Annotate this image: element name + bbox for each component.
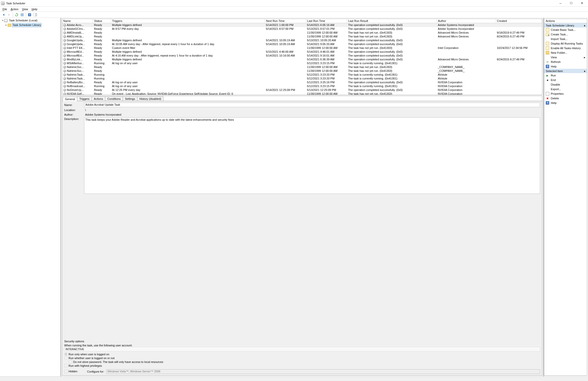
- task-icon: [63, 66, 66, 69]
- action-delete[interactable]: ✖Delete: [544, 96, 587, 101]
- menu-help[interactable]: Help: [30, 7, 39, 11]
- menu-view[interactable]: View: [20, 7, 30, 11]
- col-next[interactable]: Next Run Time: [265, 19, 306, 23]
- table-row[interactable]: ModifyLink...ReadyMultiple triggers defi…: [62, 58, 542, 61]
- menubar: File Action View Help: [0, 7, 588, 12]
- action-properties[interactable]: Properties: [544, 91, 587, 96]
- table-row[interactable]: MicrosoftEd...ReadyMultiple triggers def…: [62, 50, 542, 54]
- action-enable-all-tasks-history[interactable]: Enable All Tasks History: [544, 46, 587, 50]
- actions-pane-title: Actions: [544, 19, 587, 23]
- tab-conditions[interactable]: Conditions: [105, 97, 123, 101]
- forward-button[interactable]: [7, 12, 12, 17]
- table-row[interactable]: Intel PTT EK...ReadyCustom event filter1…: [62, 46, 542, 50]
- tree-library[interactable]: ▸ Task Scheduler Library: [1, 23, 60, 28]
- help-icon: ?: [546, 65, 549, 68]
- tab-history[interactable]: History (disabled): [137, 97, 164, 101]
- security-account-label: When running the task, use the following…: [64, 344, 540, 347]
- col-name[interactable]: Name: [62, 19, 93, 23]
- task-icon: [63, 81, 66, 84]
- action-end[interactable]: ■End: [544, 78, 587, 82]
- blank-icon: [546, 37, 549, 41]
- document-icon: [546, 42, 549, 45]
- task-list[interactable]: Name Status Triggers Next Run Time Last …: [62, 19, 542, 95]
- action-help[interactable]: ?Help: [544, 64, 587, 69]
- detail-tabs: General Triggers Actions Conditions Sett…: [62, 96, 542, 101]
- action-refresh[interactable]: ⟳Refresh: [544, 60, 587, 64]
- help-toolbar-button[interactable]: ?: [27, 12, 32, 17]
- collapse-icon[interactable]: ▴: [584, 69, 585, 73]
- statusbar: [0, 376, 588, 381]
- table-row[interactable]: NahimicTask...Running5/12/2021 3:23:20 P…: [62, 77, 542, 80]
- back-button[interactable]: [1, 12, 6, 17]
- action-export[interactable]: Export...: [544, 87, 587, 91]
- table-row[interactable]: GoogleUpda...ReadyMultiple triggers defi…: [62, 38, 542, 42]
- close-button[interactable]: ✕: [577, 0, 587, 6]
- minimize-button[interactable]: ─: [555, 0, 566, 6]
- expander-icon[interactable]: ▾: [1, 19, 4, 22]
- col-result[interactable]: Last Run Result: [347, 19, 437, 23]
- action-new-folder[interactable]: New Folder...: [544, 50, 587, 55]
- action-display-all-running-tasks[interactable]: Display All Running Tasks: [544, 41, 587, 46]
- blank-icon: [546, 87, 549, 91]
- task-icon: [63, 73, 66, 76]
- tree-root[interactable]: ▾ Task Scheduler (Local): [1, 18, 60, 23]
- menu-file[interactable]: File: [1, 7, 9, 11]
- table-row[interactable]: MicrosoftEd...ReadyAt 4:16 AM every day …: [62, 54, 542, 58]
- blank-icon: [546, 83, 549, 86]
- col-last[interactable]: Last Run Time: [306, 19, 347, 23]
- task-icon: [63, 92, 66, 95]
- maximize-button[interactable]: ☐: [566, 0, 576, 6]
- check-hidden: [64, 370, 68, 373]
- table-row[interactable]: NVIDIA GeF...ReadyOn event - Log: Applic…: [62, 92, 542, 95]
- table-row[interactable]: Adobe Acro...ReadyMultiple triggers defi…: [62, 23, 542, 27]
- table-row[interactable]: NvBroadcast...RunningAt log on of any us…: [62, 84, 542, 88]
- tab-actions[interactable]: Actions: [92, 97, 105, 101]
- radio-logged-on-or-not: [64, 356, 68, 360]
- col-author[interactable]: Author: [437, 19, 496, 23]
- action-import-task[interactable]: Import Task...: [544, 37, 587, 41]
- collapse-icon[interactable]: ▴: [584, 24, 585, 27]
- action-help[interactable]: ?Help: [544, 101, 587, 105]
- table-row[interactable]: AdobeGCInv...ReadyAt 8:57 PM every day5/…: [62, 27, 542, 31]
- actions-pane: Actions Task Scheduler Library▴ Create B…: [544, 19, 587, 376]
- column-headers[interactable]: Name Status Triggers Next Run Time Last …: [62, 19, 542, 23]
- action-create-task[interactable]: Create Task...: [544, 32, 587, 37]
- tab-triggers[interactable]: Triggers: [77, 97, 92, 101]
- run-icon: ▶: [546, 74, 549, 77]
- security-options-title: Security options: [64, 340, 540, 343]
- tree-root-label: Task Scheduler (Local): [8, 19, 38, 22]
- location-label: Location:: [64, 108, 82, 112]
- properties-toolbar-button[interactable]: [20, 12, 25, 17]
- name-value[interactable]: Adobe Acrobat Update Task: [84, 103, 540, 107]
- description-value[interactable]: This task keeps your Adobe Reader and Ac…: [84, 117, 540, 194]
- action-disable[interactable]: Disable: [544, 82, 587, 87]
- table-row[interactable]: GoogleUpda...ReadyAt 10:05 AM every day …: [62, 42, 542, 46]
- col-created[interactable]: Created: [496, 19, 542, 23]
- table-row[interactable]: MSIAfterbur...RunningAt log on of any us…: [62, 61, 542, 65]
- tab-settings[interactable]: Settings: [123, 97, 137, 101]
- table-row[interactable]: NvDriverUp...ReadyAt 12:25 PM every day5…: [62, 88, 542, 92]
- table-row[interactable]: AMDLinkUp...Ready11/30/1999 12:00:00 AMT…: [62, 35, 542, 38]
- table-row[interactable]: NahimicSvc...Ready11/30/1999 12:00:00 AM…: [62, 69, 542, 73]
- task-icon: [63, 77, 66, 80]
- col-status[interactable]: Status: [93, 19, 111, 23]
- configure-for-select[interactable]: Windows Vista™, Windows Server™ 2008: [106, 369, 540, 374]
- col-triggers[interactable]: Triggers: [111, 19, 265, 23]
- author-label: Author:: [64, 113, 82, 116]
- table-row[interactable]: AMDInstallL...Ready11/30/1999 12:00:00 A…: [62, 31, 542, 35]
- refresh-toolbar-button[interactable]: [14, 12, 19, 17]
- expander-icon[interactable]: ▸: [5, 23, 8, 27]
- table-row[interactable]: NahimicSvc...Ready11/30/1999 12:00:00 AM…: [62, 65, 542, 69]
- show-hide-action-pane-button[interactable]: [33, 12, 38, 17]
- task-icon: [63, 54, 66, 57]
- task-icon: [63, 62, 66, 65]
- document-icon: [546, 46, 549, 50]
- table-row[interactable]: NahimicTask...Running5/12/2021 3:23:20 P…: [62, 73, 542, 77]
- table-row[interactable]: NvBatteryBo...ReadyAt log on of any user…: [62, 80, 542, 84]
- action-view[interactable]: View▸: [544, 55, 587, 60]
- menu-action[interactable]: Action: [9, 7, 20, 11]
- action-run[interactable]: ▶Run: [544, 73, 587, 78]
- tab-general[interactable]: General: [63, 97, 77, 101]
- action-create-basic-task[interactable]: Create Basic Task...: [544, 28, 587, 32]
- titlebar: Task Scheduler ─ ☐ ✕: [0, 0, 588, 7]
